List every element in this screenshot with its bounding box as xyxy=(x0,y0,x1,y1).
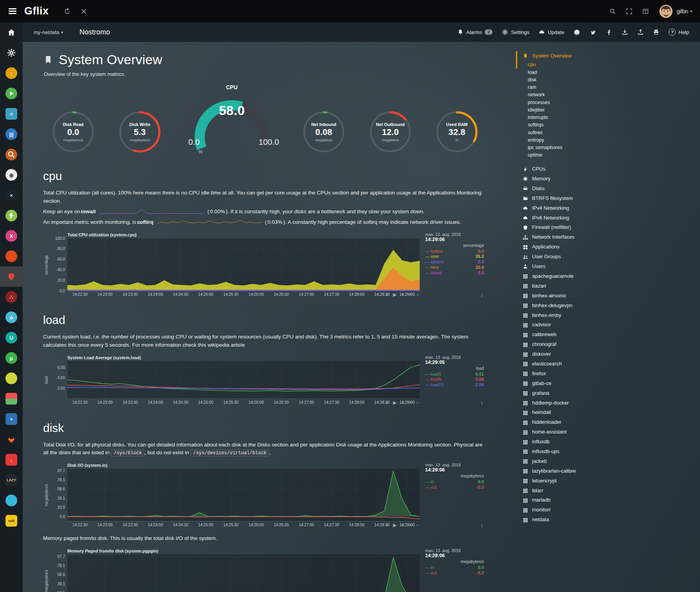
menu-load[interactable]: load xyxy=(516,68,700,76)
menu-applications[interactable]: Applications xyxy=(516,242,700,252)
menu-memory[interactable]: Memory xyxy=(516,174,700,184)
menu-cadvisor[interactable]: cadvisor xyxy=(516,320,700,330)
menu-influxdb[interactable]: influxdb xyxy=(516,437,700,447)
play-button[interactable]: ▶ xyxy=(393,522,397,528)
pan-end-button[interactable]: » xyxy=(401,522,404,528)
softirq-sparkline[interactable] xyxy=(157,220,261,225)
gauge-cpu[interactable]: CPU58.00.0100.0% xyxy=(187,84,277,154)
menu-binhex-airsonic[interactable]: binhex-airsonic xyxy=(516,291,700,301)
gauge-used-ram[interactable]: Used RAM32.8% xyxy=(435,110,479,154)
legend-user[interactable]: — user35.3 xyxy=(425,254,484,259)
home[interactable] xyxy=(0,22,23,43)
menu-softnet[interactable]: softnet xyxy=(516,129,700,136)
rail-app-10[interactable] xyxy=(0,205,23,226)
rail-app-organizr[interactable]: × xyxy=(0,185,23,205)
zoom-in-button[interactable]: + xyxy=(409,522,411,528)
menu-netdata[interactable]: netdata xyxy=(516,515,700,525)
menu-influxdb-ups[interactable]: influxdb-ups xyxy=(516,447,700,457)
menu-binhex-emby[interactable]: binhex-emby xyxy=(516,311,700,320)
zoom-in-button[interactable]: + xyxy=(409,400,411,405)
search-icon[interactable] xyxy=(609,8,616,15)
menu-idlejitter[interactable]: idlejitter xyxy=(516,106,700,113)
settings[interactable] xyxy=(0,43,23,63)
legend-out[interactable]: — out-5.3 xyxy=(425,485,484,490)
rail-app-11[interactable]: X xyxy=(0,226,23,246)
update-button[interactable]: Update xyxy=(539,29,564,35)
chart-system-cpu[interactable]: percentage14:22:3014:23:0014:23:3014:24:… xyxy=(43,232,503,298)
help-button[interactable]: ? Help xyxy=(669,29,689,36)
legend-system[interactable]: — system2.3 xyxy=(425,259,484,265)
menu-heimdall[interactable]: heimdall xyxy=(516,408,700,417)
menu-uptime[interactable]: uptime xyxy=(516,151,700,159)
rail-app-24[interactable] xyxy=(0,490,23,511)
legend-out[interactable]: — out-5.2 xyxy=(425,570,484,576)
menu-mariadb[interactable]: mariadb xyxy=(516,495,700,505)
menu-lidarr[interactable]: lidarr xyxy=(516,486,700,496)
resize-handle[interactable]: ↕ xyxy=(481,400,484,406)
menu-entropy[interactable]: entropy xyxy=(516,136,700,144)
gauge-net-outbound[interactable]: Net Outbound12.0megabits/s xyxy=(368,110,412,154)
menu-network-interfaces[interactable]: Network Interfaces xyxy=(516,232,700,242)
menu-home-assistant[interactable]: home-assistant xyxy=(516,427,700,437)
zoom-out-button[interactable]: − xyxy=(416,522,419,528)
rail-app-plex[interactable]: › xyxy=(0,63,23,83)
menu-gitlab-ce[interactable]: gitlab-ce xyxy=(516,379,700,389)
legend-load1[interactable]: — load16.51 xyxy=(425,372,484,377)
fullscreen-icon[interactable] xyxy=(626,8,633,15)
close-icon[interactable] xyxy=(80,8,87,15)
menu-ipv4-networking[interactable]: IPv4 Networking xyxy=(516,203,700,213)
menu-firewall-netfilter[interactable]: Firewall (netfilter) xyxy=(516,223,700,232)
menu-ram[interactable]: ram xyxy=(516,84,700,91)
rail-app-19[interactable] xyxy=(0,389,23,409)
zoom-out-button[interactable]: − xyxy=(416,400,419,405)
rail-app-gitlab[interactable] xyxy=(0,429,23,450)
tabs-view-icon[interactable] xyxy=(642,8,649,15)
menu-elasticsearch[interactable]: elasticsearch xyxy=(516,359,700,369)
play-button[interactable]: ▶ xyxy=(393,400,397,405)
pan-end-button[interactable]: » xyxy=(401,400,404,405)
menu-apacheguacamole[interactable]: apacheguacamole xyxy=(516,272,700,281)
rail-app-ombi[interactable]: o xyxy=(0,307,23,327)
chart-system-io[interactable]: megabytes/s14:22:3014:23:0014:23:3014:24… xyxy=(43,462,503,528)
menu-hddtemp-docker[interactable]: hddtemp-docker xyxy=(516,398,700,408)
rail-app-14[interactable]: ∴ xyxy=(0,287,23,307)
legend-nice[interactable]: — nice20.4 xyxy=(425,265,484,270)
alarms-button[interactable]: Alarms 2 xyxy=(457,29,493,35)
rail-app-jackett[interactable] xyxy=(0,144,23,165)
zoom-out-button[interactable]: − xyxy=(416,292,419,297)
chart-system-pgpgio[interactable]: megabytes/s14:22:3014:23:0014:23:3014:24… xyxy=(43,548,503,592)
menu-monitorr[interactable]: monitorr xyxy=(516,505,700,515)
brand[interactable]: Gflix xyxy=(24,5,49,17)
menu-hiddenloader[interactable]: hiddenloader xyxy=(516,417,700,427)
gauge-net-inbound[interactable]: Net Inbound0.08megabits/s xyxy=(302,110,346,154)
menu-ipv6-networking[interactable]: IPv6 Networking xyxy=(516,213,700,223)
resize-handle[interactable]: ↕ xyxy=(481,292,484,298)
chart-system-load[interactable]: load14:22:3014:23:0014:23:3014:24:0014:2… xyxy=(43,355,503,406)
legend-load5[interactable]: — load52.68 xyxy=(425,377,484,382)
menu-cpus[interactable]: CPUs xyxy=(516,164,700,174)
menu-softirqs[interactable]: softirqs xyxy=(516,121,700,129)
menu-system-overview[interactable]: System Overview xyxy=(516,51,700,61)
menu-bazarr[interactable]: bazarr xyxy=(516,281,700,291)
facebook-link[interactable] xyxy=(606,29,612,36)
pan-start-button[interactable]: « xyxy=(386,400,388,405)
play-button[interactable]: ▶ xyxy=(393,292,397,297)
rail-app-20[interactable]: + xyxy=(0,409,23,429)
zoom-in-button[interactable]: + xyxy=(409,292,411,297)
gauge-disk-write[interactable]: Disk Write5.3megabytes/s xyxy=(118,110,162,154)
legend-in[interactable]: — in0.0 xyxy=(425,479,484,485)
rail-app-17[interactable]: µ xyxy=(0,348,23,368)
menu-interrupts[interactable]: interrupts xyxy=(516,114,700,121)
settings-button[interactable]: Settings xyxy=(502,29,529,35)
menu-icon[interactable] xyxy=(6,5,19,18)
pan-end-button[interactable]: » xyxy=(401,292,404,297)
menu-disks[interactable]: Disks xyxy=(516,184,700,194)
menu-grafana[interactable]: grafana xyxy=(516,389,700,398)
menu-lazylibrarian-calibre[interactable]: lazylibrarian-calibre xyxy=(516,466,700,476)
rail-app-tautulli[interactable]: ≡ xyxy=(0,104,23,124)
menu-calibreweb[interactable]: calibreweb xyxy=(516,330,700,340)
avatar[interactable] xyxy=(659,5,673,18)
print-button[interactable] xyxy=(653,29,659,35)
menu-letsencrypt[interactable]: letsencrypt xyxy=(516,476,700,486)
menu-disk[interactable]: disk xyxy=(516,76,700,83)
